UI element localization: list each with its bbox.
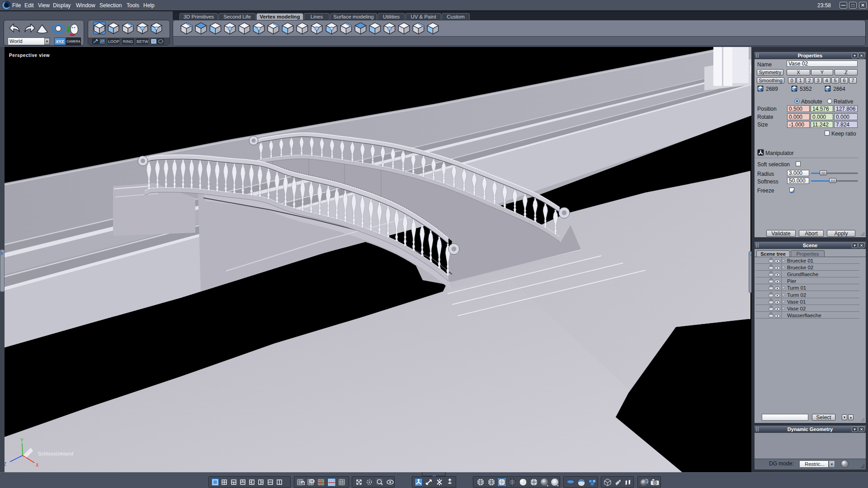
svg-text:X: X [36, 463, 39, 468]
svg-text:Y: Y [20, 438, 24, 443]
